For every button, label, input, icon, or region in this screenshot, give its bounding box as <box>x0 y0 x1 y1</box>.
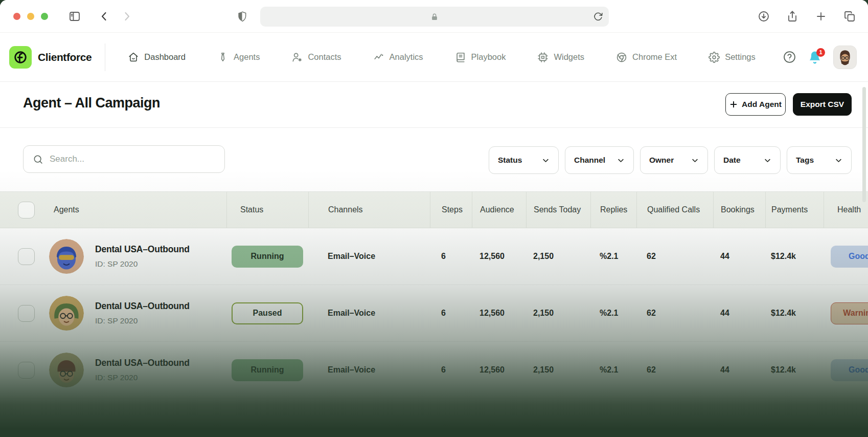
export-csv-button[interactable]: Export CSV <box>793 93 852 116</box>
nav-label: Agents <box>234 52 260 62</box>
status-badge: Running <box>232 246 303 268</box>
user-avatar[interactable] <box>833 46 857 69</box>
table-row[interactable]: Dental USA–Outbound ID: SP 2020 Running … <box>0 228 868 285</box>
agent-id: ID: SP 2020 <box>95 316 190 325</box>
address-bar[interactable] <box>260 7 609 27</box>
browser-toolbar <box>0 0 868 33</box>
column-header: Qualified Calls <box>636 192 713 228</box>
nav-item-playbook[interactable]: Playbook <box>455 52 506 63</box>
chevron-down-icon <box>691 157 699 164</box>
nav-item-widgets[interactable]: Widgets <box>537 52 584 63</box>
divider <box>105 43 105 71</box>
share-icon[interactable] <box>786 10 798 23</box>
search-input[interactable] <box>50 154 215 164</box>
health-badge: Good <box>831 246 868 268</box>
traffic-lights[interactable] <box>13 13 48 20</box>
add-agent-label: Add Agent <box>742 100 782 109</box>
qualified-calls-cell: 62 <box>636 309 713 318</box>
status-badge: Paused <box>232 302 303 324</box>
channels-cell: Email–Voice <box>308 309 430 318</box>
plus-icon <box>729 100 738 108</box>
filter-bar: Status Channel Owner Date Tags <box>0 128 868 191</box>
notification-count-badge: 1 <box>816 48 825 57</box>
forward-icon[interactable] <box>121 10 133 23</box>
logo-icon <box>9 46 32 69</box>
zoom-window-button[interactable] <box>41 13 48 20</box>
audience-cell: 12,560 <box>472 309 526 318</box>
new-tab-icon[interactable] <box>815 10 827 23</box>
page-header: Agent – All Campaign Add Agent Export CS… <box>0 82 868 128</box>
replies-cell: %2.1 <box>590 252 636 261</box>
filter-label: Status <box>498 156 522 165</box>
sends-today-cell: 2,150 <box>526 309 590 318</box>
search-box[interactable] <box>23 145 225 173</box>
sends-today-cell: 2,150 <box>526 252 590 261</box>
filter-owner[interactable]: Owner <box>640 146 708 174</box>
filter-status[interactable]: Status <box>489 146 559 174</box>
agent-avatar <box>49 239 84 274</box>
nav-item-contacts[interactable]: Contacts <box>291 52 341 63</box>
nav-label: Chrome Ext <box>632 52 677 62</box>
nav-item-agents[interactable]: Agents <box>217 52 260 63</box>
column-header: Channels <box>308 192 430 228</box>
downloads-icon[interactable] <box>758 10 770 23</box>
column-header: Steps <box>430 192 472 228</box>
nav-item-settings[interactable]: Settings <box>709 52 756 63</box>
shield-icon[interactable] <box>236 10 248 23</box>
filter-label: Owner <box>649 156 674 165</box>
steps-cell: 6 <box>430 252 472 261</box>
column-header: Bookings <box>713 192 765 228</box>
agent-avatar <box>49 353 84 387</box>
table-row[interactable]: Dental USA–Outbound ID: SP 2020 Running … <box>0 342 868 399</box>
nav-item-analytics[interactable]: Analytics <box>373 52 423 63</box>
sidebar-toggle-icon[interactable] <box>68 10 81 23</box>
notifications-button[interactable]: 1 <box>808 50 822 64</box>
page-title: Agent – All Campaign <box>23 95 160 111</box>
reload-icon[interactable] <box>593 11 603 21</box>
nav-label: Widgets <box>554 52 584 62</box>
minimize-window-button[interactable] <box>27 13 34 20</box>
table-row[interactable]: Dental USA–Outbound ID: SP 2020 Paused E… <box>0 285 868 342</box>
health-badge: Good <box>831 359 868 381</box>
filter-date[interactable]: Date <box>714 146 781 174</box>
nav-item-dashboard[interactable]: Dashboard <box>128 52 186 63</box>
health-badge: Warning <box>831 302 868 324</box>
filter-label: Channel <box>574 156 605 165</box>
row-checkbox[interactable] <box>18 362 35 379</box>
row-checkbox[interactable] <box>18 305 35 322</box>
bookings-cell: 44 <box>713 309 765 318</box>
back-icon[interactable] <box>98 10 110 23</box>
agent-avatar <box>49 296 84 331</box>
bookings-cell: 44 <box>713 365 765 375</box>
chevron-down-icon <box>542 157 550 164</box>
help-icon[interactable] <box>783 50 796 64</box>
filter-label: Date <box>723 156 741 165</box>
select-all-checkbox[interactable] <box>18 202 35 218</box>
filter-tags[interactable]: Tags <box>787 146 852 174</box>
nav-label: Dashboard <box>144 52 186 62</box>
chevron-down-icon <box>617 157 625 164</box>
close-window-button[interactable] <box>13 13 20 20</box>
agent-name: Dental USA–Outbound <box>95 301 190 312</box>
scrollbar-thumb[interactable] <box>862 87 866 202</box>
table-header: Agents Status Channels Steps Audience Se… <box>0 191 868 228</box>
payments-cell: $12.4k <box>765 252 824 261</box>
tabs-icon[interactable] <box>843 10 856 23</box>
add-agent-button[interactable]: Add Agent <box>725 93 786 116</box>
browser-actions <box>758 10 856 23</box>
nav-label: Playbook <box>471 52 506 62</box>
nav-actions: 1 <box>783 46 857 69</box>
nav-item-chrome-ext[interactable]: Chrome Ext <box>616 52 677 63</box>
payments-cell: $12.4k <box>765 309 824 318</box>
row-checkbox[interactable] <box>18 248 35 265</box>
filter-channel[interactable]: Channel <box>565 146 634 174</box>
channels-cell: Email–Voice <box>308 252 430 261</box>
brand-logo[interactable]: Clientforce <box>9 46 92 69</box>
column-header: Replies <box>590 192 636 228</box>
export-csv-label: Export CSV <box>801 100 844 109</box>
audience-cell: 12,560 <box>472 365 526 375</box>
column-header: Audience <box>472 192 526 228</box>
brand-name: Clientforce <box>38 51 92 63</box>
status-badge: Running <box>232 359 303 381</box>
filter-label: Tags <box>796 156 814 165</box>
